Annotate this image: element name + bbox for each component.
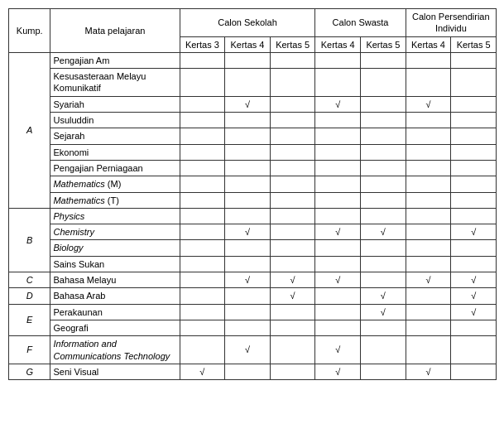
cell-k5sw (361, 272, 406, 288)
table-row: Kesusasteraan Melayu Komunikatif (9, 69, 497, 97)
cell-k5sw (361, 113, 406, 128)
cell-k4cs (225, 364, 271, 379)
cell-k5cp (451, 144, 497, 160)
cell-k4cp: √ (406, 96, 451, 112)
table-row: FInformation and Communications Technolo… (9, 336, 497, 364)
cell-k4sw (315, 320, 361, 335)
cell-k4sw (315, 240, 361, 256)
cell-k5cs: √ (270, 288, 315, 304)
subject-name: Geografi (50, 320, 180, 335)
cell-k5cs (270, 160, 315, 176)
table-row: Biology (9, 240, 497, 256)
table-row: Sains Sukan (9, 256, 497, 272)
cell-k4sw (315, 256, 361, 272)
cell-k4sw (315, 176, 361, 192)
cell-k5cs (270, 128, 315, 144)
cell-k4sw: √ (315, 224, 361, 240)
cell-k5cs (270, 113, 315, 128)
cell-k5sw (361, 192, 406, 208)
cell-k4cs (225, 52, 271, 68)
subject-name: Syariah (50, 96, 180, 112)
cell-k4cp (406, 69, 451, 97)
cell-k5cp: √ (451, 272, 497, 288)
cell-k5cs (270, 256, 315, 272)
cell-k4sw: √ (315, 272, 361, 288)
cell-k3 (180, 96, 225, 112)
table-row: DBahasa Arab√√√ (9, 288, 497, 304)
table-row: Sejarah (9, 128, 497, 144)
cell-k5sw (361, 52, 406, 68)
header-kertas5-sw: Kertas 5 (361, 36, 406, 52)
cell-k5cp (451, 96, 497, 112)
cell-k5cs (270, 176, 315, 192)
table-row: EPerakaunan√√ (9, 304, 497, 320)
cell-k4cs (225, 69, 271, 97)
subject-name: Seni Visual (50, 364, 180, 379)
cell-k4sw (315, 160, 361, 176)
cell-k4cp (406, 256, 451, 272)
cell-k4cs (225, 113, 271, 128)
cell-k3 (180, 240, 225, 256)
table-row: Geografi (9, 320, 497, 335)
cell-k4sw (315, 128, 361, 144)
cell-k4sw (315, 52, 361, 68)
table-row: GSeni Visual√√√ (9, 364, 497, 379)
cell-k5cs (270, 144, 315, 160)
cell-k3: √ (180, 364, 225, 379)
cell-k4cp (406, 224, 451, 240)
cell-k5cp (451, 113, 497, 128)
main-table: Kump. Mata pelajaran Calon Sekolah Calon… (8, 8, 497, 380)
header-calon-persendirian: Calon Persendirian Individu (406, 9, 496, 37)
subject-name: Kesusasteraan Melayu Komunikatif (50, 69, 180, 97)
subject-name: Sains Sukan (50, 256, 180, 272)
cell-k5cp: √ (451, 288, 497, 304)
cell-k4cp (406, 336, 451, 364)
group-label: F (9, 336, 50, 364)
cell-k5cp: √ (451, 304, 497, 320)
group-label: B (9, 208, 50, 272)
subject-name: Chemistry (50, 224, 180, 240)
cell-k5cp (451, 364, 497, 379)
cell-k5cp (451, 128, 497, 144)
cell-k5cs (270, 52, 315, 68)
cell-k5sw (361, 176, 406, 192)
cell-k3 (180, 176, 225, 192)
cell-k4cs: √ (225, 336, 271, 364)
cell-k5sw (361, 128, 406, 144)
table-row: Mathematics (M) (9, 176, 497, 192)
cell-k4cp (406, 208, 451, 224)
cell-k3 (180, 208, 225, 224)
cell-k5cp: √ (451, 224, 497, 240)
cell-k4cs: √ (225, 272, 271, 288)
cell-k5cs: √ (270, 272, 315, 288)
cell-k4cp (406, 192, 451, 208)
table-row: BPhysics (9, 208, 497, 224)
cell-k4sw: √ (315, 96, 361, 112)
cell-k3 (180, 69, 225, 97)
cell-k5cp (451, 256, 497, 272)
subject-name: Information and Communications Technolog… (50, 336, 180, 364)
cell-k5cp (451, 176, 497, 192)
cell-k5cs (270, 69, 315, 97)
cell-k5sw (361, 320, 406, 335)
cell-k4cs (225, 240, 271, 256)
cell-k4cp: √ (406, 364, 451, 379)
cell-k4cp (406, 144, 451, 160)
cell-k5cp (451, 52, 497, 68)
cell-k4sw (315, 288, 361, 304)
cell-k4sw: √ (315, 336, 361, 364)
cell-k5cp (451, 320, 497, 335)
cell-k4cs: √ (225, 96, 271, 112)
cell-k5sw (361, 336, 406, 364)
cell-k4cs (225, 176, 271, 192)
cell-k3 (180, 256, 225, 272)
cell-k5sw: √ (361, 224, 406, 240)
cell-k4cp (406, 288, 451, 304)
cell-k5cs (270, 192, 315, 208)
cell-k5cs (270, 336, 315, 364)
subject-name: Mathematics (T) (50, 192, 180, 208)
cell-k4sw (315, 304, 361, 320)
cell-k3 (180, 224, 225, 240)
header-kump: Kump. (9, 9, 50, 53)
cell-k4cs (225, 288, 271, 304)
